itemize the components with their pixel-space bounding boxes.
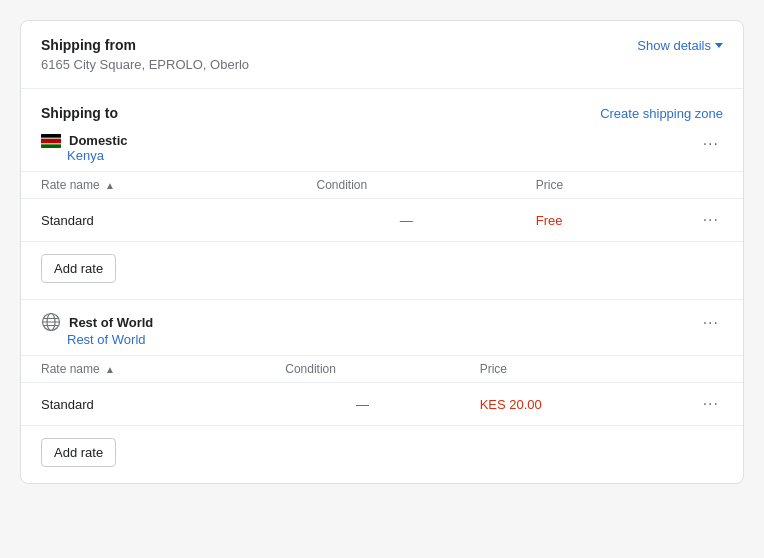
row-rate-name: Standard — [21, 383, 265, 426]
zone-domestic-name-container: Domestic Kenya — [41, 133, 128, 163]
domestic-th-rate-name: Rate name ▲ — [21, 172, 297, 199]
zone-domestic-name-row: Domestic — [41, 133, 128, 148]
svg-rect-4 — [41, 137, 61, 138]
shipping-from-title: Shipping from — [41, 37, 136, 53]
shipping-to-title: Shipping to — [41, 105, 118, 121]
domestic-rate-actions: ··· — [679, 199, 743, 242]
domestic-rate-condition: — — [297, 199, 516, 242]
zone-domestic-more-button[interactable]: ··· — [699, 133, 723, 155]
row-rate-actions: ··· — [679, 383, 743, 426]
zone-domestic-name: Domestic — [69, 133, 128, 148]
zone-row-more-button[interactable]: ··· — [699, 312, 723, 334]
domestic-rate-name: Standard — [21, 199, 297, 242]
row-th-rate-name: Rate name ▲ — [21, 356, 265, 383]
kenya-flag-icon — [41, 134, 61, 148]
row-rates-header-row: Rate name ▲ Condition Price — [21, 356, 743, 383]
zone-row-name-row: Rest of World — [41, 312, 153, 332]
row-th-price: Price — [460, 356, 679, 383]
row-rates-table: Rate name ▲ Condition Price Standard — K… — [21, 355, 743, 426]
row-rate-price: KES 20.00 — [460, 383, 679, 426]
domestic-rates-header-row: Rate name ▲ Condition Price — [21, 172, 743, 199]
show-details-button[interactable]: Show details — [637, 38, 723, 53]
row-rate-more-button[interactable]: ··· — [699, 393, 723, 415]
sort-arrow-icon: ▲ — [105, 180, 115, 191]
domestic-th-actions — [679, 172, 743, 199]
zone-row-name: Rest of World — [69, 315, 153, 330]
chevron-down-icon — [715, 43, 723, 48]
zone-row-subtitle: Rest of World — [67, 332, 153, 347]
domestic-rate-more-button[interactable]: ··· — [699, 209, 723, 231]
row-th-actions — [679, 356, 743, 383]
domestic-add-rate-row: Add rate — [21, 242, 743, 299]
domestic-add-rate-button[interactable]: Add rate — [41, 254, 116, 283]
shipping-from-address: 6165 City Square, EPROLO, Oberlo — [41, 57, 723, 72]
row-sort-arrow-icon: ▲ — [105, 364, 115, 375]
row-add-rate-button[interactable]: Add rate — [41, 438, 116, 467]
table-row: Standard — Free ··· — [21, 199, 743, 242]
svg-rect-5 — [41, 143, 61, 144]
shipping-to-header: Shipping to Create shipping zone — [21, 89, 743, 121]
globe-icon — [41, 312, 61, 332]
domestic-th-price: Price — [516, 172, 679, 199]
row-add-rate-row: Add rate — [21, 426, 743, 483]
show-details-label: Show details — [637, 38, 711, 53]
row-th-condition: Condition — [265, 356, 459, 383]
shipping-from-section: Shipping from Show details 6165 City Squ… — [21, 21, 743, 89]
svg-rect-2 — [41, 138, 61, 143]
domestic-rates-table: Rate name ▲ Condition Price Standard — F… — [21, 171, 743, 242]
zone-domestic: Domestic Kenya ··· Rate name ▲ Condition… — [21, 121, 743, 300]
shipping-from-header: Shipping from Show details — [41, 37, 723, 53]
zone-domestic-header: Domestic Kenya ··· — [21, 121, 743, 171]
shipping-card: Shipping from Show details 6165 City Squ… — [20, 20, 744, 484]
create-shipping-zone-link[interactable]: Create shipping zone — [600, 106, 723, 121]
table-row: Standard — KES 20.00 ··· — [21, 383, 743, 426]
zone-rest-of-world: Rest of World Rest of World ··· Rate nam… — [21, 300, 743, 483]
domestic-rate-price: Free — [516, 199, 679, 242]
zone-row-name-container: Rest of World Rest of World — [41, 312, 153, 347]
zone-row-header: Rest of World Rest of World ··· — [21, 300, 743, 355]
row-rate-condition: — — [265, 383, 459, 426]
domestic-th-condition: Condition — [297, 172, 516, 199]
zone-domestic-subtitle: Kenya — [67, 148, 128, 163]
